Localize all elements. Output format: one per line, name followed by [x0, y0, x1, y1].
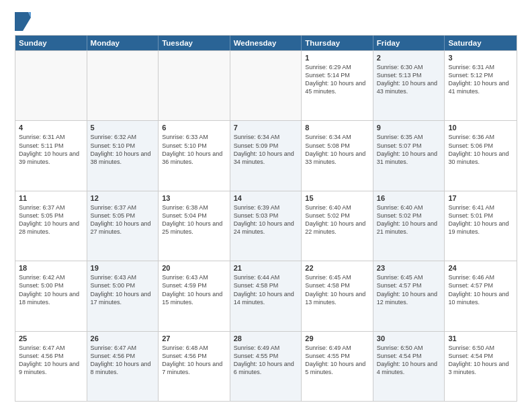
day-number: 18: [19, 264, 83, 272]
day-number: 7: [234, 124, 298, 132]
calendar-cell: 31Sunrise: 6:50 AM Sunset: 4:54 PM Dayli…: [445, 332, 517, 401]
day-info: Sunrise: 6:40 AM Sunset: 5:02 PM Dayligh…: [377, 203, 441, 236]
day-info: Sunrise: 6:30 AM Sunset: 5:13 PM Dayligh…: [377, 63, 441, 96]
day-info: Sunrise: 6:37 AM Sunset: 5:05 PM Dayligh…: [19, 203, 83, 236]
day-info: Sunrise: 6:46 AM Sunset: 4:57 PM Dayligh…: [448, 273, 513, 306]
calendar-header-wednesday: Wednesday: [230, 36, 302, 50]
logo-icon: [15, 12, 31, 31]
day-number: 29: [305, 334, 369, 342]
day-info: Sunrise: 6:40 AM Sunset: 5:02 PM Dayligh…: [305, 203, 369, 236]
calendar-cell: 6Sunrise: 6:33 AM Sunset: 5:10 PM Daylig…: [159, 121, 230, 190]
day-info: Sunrise: 6:36 AM Sunset: 5:06 PM Dayligh…: [448, 133, 513, 166]
calendar-header-saturday: Saturday: [445, 36, 517, 50]
header: [15, 12, 517, 31]
calendar-cell: 26Sunrise: 6:47 AM Sunset: 4:56 PM Dayli…: [87, 332, 159, 401]
day-number: 28: [234, 334, 298, 342]
calendar-header-friday: Friday: [373, 36, 445, 50]
calendar-week-4: 18Sunrise: 6:42 AM Sunset: 5:00 PM Dayli…: [15, 261, 517, 330]
day-info: Sunrise: 6:34 AM Sunset: 5:08 PM Dayligh…: [305, 133, 369, 166]
calendar-cell: [87, 51, 159, 120]
calendar-cell: 27Sunrise: 6:48 AM Sunset: 4:56 PM Dayli…: [159, 332, 230, 401]
day-info: Sunrise: 6:31 AM Sunset: 5:12 PM Dayligh…: [448, 63, 513, 96]
day-info: Sunrise: 6:43 AM Sunset: 5:00 PM Dayligh…: [91, 273, 155, 306]
day-info: Sunrise: 6:29 AM Sunset: 5:14 PM Dayligh…: [305, 63, 369, 96]
day-info: Sunrise: 6:44 AM Sunset: 4:58 PM Dayligh…: [234, 273, 298, 306]
day-number: 3: [448, 54, 513, 62]
day-number: 20: [162, 264, 226, 272]
day-number: 17: [448, 194, 513, 202]
day-number: 11: [19, 194, 83, 202]
day-number: 24: [448, 264, 513, 272]
day-number: 2: [377, 54, 441, 62]
day-number: 16: [377, 194, 441, 202]
day-info: Sunrise: 6:47 AM Sunset: 4:56 PM Dayligh…: [91, 344, 155, 377]
calendar-cell: 5Sunrise: 6:32 AM Sunset: 5:10 PM Daylig…: [87, 121, 159, 190]
calendar-cell: [159, 51, 230, 120]
day-number: 10: [448, 124, 513, 132]
day-number: 14: [234, 194, 298, 202]
calendar-header-row: SundayMondayTuesdayWednesdayThursdayFrid…: [15, 36, 517, 50]
calendar-cell: 25Sunrise: 6:47 AM Sunset: 4:56 PM Dayli…: [15, 332, 87, 401]
day-number: 13: [162, 194, 226, 202]
day-number: 23: [377, 264, 441, 272]
day-number: 6: [162, 124, 226, 132]
calendar-cell: 10Sunrise: 6:36 AM Sunset: 5:06 PM Dayli…: [445, 121, 517, 190]
day-info: Sunrise: 6:49 AM Sunset: 4:55 PM Dayligh…: [305, 344, 369, 377]
calendar-cell: 28Sunrise: 6:49 AM Sunset: 4:55 PM Dayli…: [230, 332, 302, 401]
calendar-header-sunday: Sunday: [15, 36, 87, 50]
calendar-cell: 30Sunrise: 6:50 AM Sunset: 4:54 PM Dayli…: [373, 332, 445, 401]
calendar-cell: 13Sunrise: 6:38 AM Sunset: 5:04 PM Dayli…: [159, 191, 230, 261]
calendar-cell: 9Sunrise: 6:35 AM Sunset: 5:07 PM Daylig…: [373, 121, 445, 190]
calendar-cell: 17Sunrise: 6:41 AM Sunset: 5:01 PM Dayli…: [445, 191, 517, 261]
day-number: 1: [305, 54, 369, 62]
calendar-header-thursday: Thursday: [302, 36, 373, 50]
calendar-cell: 2Sunrise: 6:30 AM Sunset: 5:13 PM Daylig…: [373, 51, 445, 120]
calendar-cell: 3Sunrise: 6:31 AM Sunset: 5:12 PM Daylig…: [445, 51, 517, 120]
day-info: Sunrise: 6:35 AM Sunset: 5:07 PM Dayligh…: [377, 133, 441, 166]
svg-marker-0: [15, 12, 31, 31]
calendar-week-3: 11Sunrise: 6:37 AM Sunset: 5:05 PM Dayli…: [15, 191, 517, 261]
day-number: 25: [19, 334, 83, 342]
calendar-cell: 8Sunrise: 6:34 AM Sunset: 5:08 PM Daylig…: [302, 121, 373, 190]
calendar-cell: 21Sunrise: 6:44 AM Sunset: 4:58 PM Dayli…: [230, 261, 302, 330]
day-info: Sunrise: 6:47 AM Sunset: 4:56 PM Dayligh…: [19, 344, 83, 377]
calendar-cell: 7Sunrise: 6:34 AM Sunset: 5:09 PM Daylig…: [230, 121, 302, 190]
day-number: 15: [305, 194, 369, 202]
calendar-cell: 18Sunrise: 6:42 AM Sunset: 5:00 PM Dayli…: [15, 261, 87, 330]
calendar-cell: 16Sunrise: 6:40 AM Sunset: 5:02 PM Dayli…: [373, 191, 445, 261]
day-info: Sunrise: 6:50 AM Sunset: 4:54 PM Dayligh…: [377, 344, 441, 377]
calendar-cell: 29Sunrise: 6:49 AM Sunset: 4:55 PM Dayli…: [302, 332, 373, 401]
day-info: Sunrise: 6:39 AM Sunset: 5:03 PM Dayligh…: [234, 203, 298, 236]
day-info: Sunrise: 6:42 AM Sunset: 5:00 PM Dayligh…: [19, 273, 83, 306]
day-info: Sunrise: 6:34 AM Sunset: 5:09 PM Dayligh…: [234, 133, 298, 166]
calendar-cell: 24Sunrise: 6:46 AM Sunset: 4:57 PM Dayli…: [445, 261, 517, 330]
calendar-cell: 19Sunrise: 6:43 AM Sunset: 5:00 PM Dayli…: [87, 261, 159, 330]
day-info: Sunrise: 6:32 AM Sunset: 5:10 PM Dayligh…: [91, 133, 155, 166]
calendar-cell: 1Sunrise: 6:29 AM Sunset: 5:14 PM Daylig…: [302, 51, 373, 120]
calendar-header-monday: Monday: [87, 36, 159, 50]
calendar-header-tuesday: Tuesday: [159, 36, 230, 50]
calendar-cell: 20Sunrise: 6:43 AM Sunset: 4:59 PM Dayli…: [159, 261, 230, 330]
day-number: 22: [305, 264, 369, 272]
calendar-week-2: 4Sunrise: 6:31 AM Sunset: 5:11 PM Daylig…: [15, 120, 517, 190]
day-info: Sunrise: 6:33 AM Sunset: 5:10 PM Dayligh…: [162, 133, 226, 166]
calendar-body: 1Sunrise: 6:29 AM Sunset: 5:14 PM Daylig…: [15, 50, 517, 401]
calendar-cell: [15, 51, 87, 120]
page: SundayMondayTuesdayWednesdayThursdayFrid…: [0, 0, 532, 411]
day-number: 21: [234, 264, 298, 272]
calendar-cell: 4Sunrise: 6:31 AM Sunset: 5:11 PM Daylig…: [15, 121, 87, 190]
day-number: 5: [91, 124, 155, 132]
day-number: 12: [91, 194, 155, 202]
day-info: Sunrise: 6:48 AM Sunset: 4:56 PM Dayligh…: [162, 344, 226, 377]
day-info: Sunrise: 6:41 AM Sunset: 5:01 PM Dayligh…: [448, 203, 513, 236]
day-info: Sunrise: 6:37 AM Sunset: 5:05 PM Dayligh…: [91, 203, 155, 236]
calendar-week-1: 1Sunrise: 6:29 AM Sunset: 5:14 PM Daylig…: [15, 50, 517, 120]
day-info: Sunrise: 6:45 AM Sunset: 4:57 PM Dayligh…: [377, 273, 441, 306]
day-info: Sunrise: 6:31 AM Sunset: 5:11 PM Dayligh…: [19, 133, 83, 166]
calendar-week-5: 25Sunrise: 6:47 AM Sunset: 4:56 PM Dayli…: [15, 331, 517, 401]
logo: [15, 12, 34, 31]
calendar-cell: 14Sunrise: 6:39 AM Sunset: 5:03 PM Dayli…: [230, 191, 302, 261]
day-number: 19: [91, 264, 155, 272]
calendar-cell: 23Sunrise: 6:45 AM Sunset: 4:57 PM Dayli…: [373, 261, 445, 330]
day-info: Sunrise: 6:38 AM Sunset: 5:04 PM Dayligh…: [162, 203, 226, 236]
